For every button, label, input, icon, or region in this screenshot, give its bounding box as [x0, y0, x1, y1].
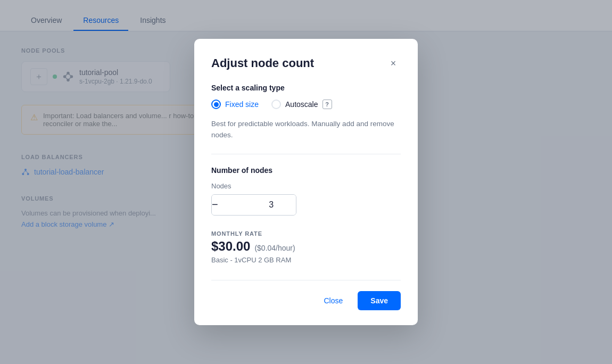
autoscale-radio[interactable] [271, 100, 281, 109]
scaling-description: Best for predictable workloads. Manually… [211, 119, 401, 141]
save-button[interactable]: Save [358, 291, 401, 310]
nodes-stepper: − + [211, 194, 296, 216]
decrement-button[interactable]: − [212, 195, 218, 215]
close-button[interactable]: Close [318, 292, 350, 309]
monthly-rate-section: MONTHLY RATE $30.00 ($0.04/hour) Basic -… [211, 230, 401, 264]
fixed-size-radio-inner [214, 102, 219, 107]
nodes-input-label: Nodes [211, 182, 401, 190]
fixed-size-radio[interactable] [211, 100, 221, 109]
fixed-size-option[interactable]: Fixed size [211, 100, 259, 109]
adjust-node-count-modal: Adjust node count × Select a scaling typ… [194, 39, 418, 325]
monthly-rate-value: $30.00 ($0.04/hour) [211, 239, 401, 254]
monthly-price: $30.00 [211, 239, 250, 254]
modal-footer: Close Save [211, 280, 401, 310]
autoscale-option[interactable]: Autoscale ? [271, 100, 332, 109]
node-count-input[interactable] [218, 195, 296, 215]
modal-header: Adjust node count × [211, 56, 401, 71]
modal-title: Adjust node count [211, 56, 314, 70]
modal-close-button[interactable]: × [386, 56, 401, 71]
monthly-spec: Basic - 1vCPU 2 GB RAM [211, 256, 401, 264]
autoscale-label: Autoscale [285, 100, 318, 109]
nodes-section-label: Number of nodes [211, 166, 401, 175]
monthly-rate-label: MONTHLY RATE [211, 230, 401, 237]
fixed-size-label: Fixed size [225, 100, 259, 109]
modal-overlay: Adjust node count × Select a scaling typ… [0, 0, 612, 364]
autoscale-help-icon[interactable]: ? [322, 100, 332, 109]
scaling-section-label: Select a scaling type [211, 84, 401, 92]
monthly-hourly: ($0.04/hour) [254, 244, 295, 252]
scaling-options-group: Fixed size Autoscale ? [211, 100, 401, 109]
section-divider [211, 154, 401, 154]
